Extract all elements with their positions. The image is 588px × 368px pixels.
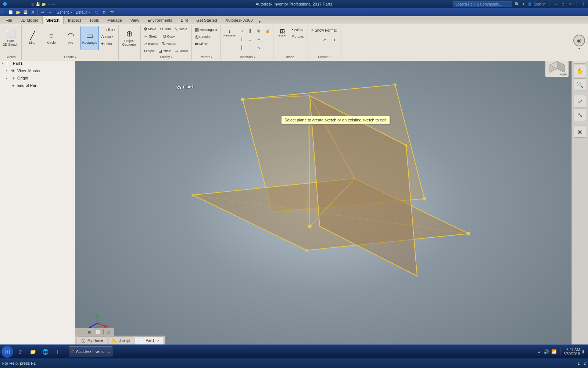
vnav-btn4[interactable]: △ — [105, 329, 112, 335]
circle-button[interactable]: ○ Circle — [42, 26, 61, 50]
vnav-btn3[interactable]: ⬜ — [94, 329, 102, 335]
smooth-button[interactable]: ∿ — [255, 43, 263, 52]
lock-button[interactable]: 🔒 — [263, 26, 272, 35]
rectangle-button[interactable]: ▭ Rectangle — [80, 26, 99, 50]
start-button[interactable]: ⊞ — [1, 346, 13, 358]
points-button[interactable]: • Points — [290, 26, 306, 33]
doc-tab-dice[interactable]: 📐 dice.ipt — [108, 336, 135, 344]
zoom-tool-button[interactable]: 🔍 — [574, 78, 586, 91]
tab-sketch[interactable]: Sketch — [42, 16, 64, 24]
redo-icon[interactable]: ↪ — [52, 2, 55, 6]
format-icon-btn1[interactable]: ⊙ — [309, 35, 319, 45]
parallel-button[interactable]: ∥ — [238, 35, 246, 43]
create-group-label[interactable]: Create ▾ — [23, 54, 117, 59]
format-icon-btn2[interactable]: ↗ — [320, 35, 329, 45]
mirror-button[interactable]: ⇌ Mirror — [173, 48, 190, 54]
minimize-button[interactable]: ─ — [553, 1, 558, 7]
running-inventor-button[interactable]: ⬡ Autodesk Inventor ... — [69, 346, 112, 357]
project-geometry-button[interactable]: ⊕ ProjectGeometry — [120, 26, 139, 50]
chrome-button[interactable]: 🌐 — [40, 346, 51, 357]
tree-item-origin[interactable]: ▸ ✚ Origin — [1, 74, 74, 82]
tree-item-end-of-part[interactable]: ▸ ● End of Part — [1, 82, 74, 89]
dimension-button[interactable]: ↕ Dimension — [222, 26, 237, 38]
taskbar-clock[interactable]: 8:27 AM 5/30/2018 — [564, 348, 580, 356]
maximize-button[interactable]: □ — [560, 1, 566, 7]
save-btn[interactable]: 💾 — [22, 9, 29, 15]
tree-item-part1[interactable]: ▾ 📄 Part1 — [1, 60, 74, 67]
move-button[interactable]: ✥ Move — [142, 26, 158, 32]
inventor-task-button[interactable]: I — [52, 346, 63, 357]
text-button[interactable]: A Text ▾ — [100, 33, 117, 40]
help-button[interactable]: ? — [581, 1, 586, 7]
circular-pattern-button[interactable]: ◎ Circular — [193, 33, 212, 40]
format-group-label[interactable]: Format ▾ — [309, 54, 340, 59]
redo-btn[interactable]: ↪ — [47, 9, 53, 15]
view-options-button[interactable]: ◉ — [573, 35, 585, 46]
pan-tool-button[interactable]: ✋ — [574, 65, 586, 77]
rectangular-pattern-button[interactable]: ▦ Rectangular — [193, 26, 219, 33]
camera-icon[interactable]: 📷 — [108, 9, 115, 15]
perpendicular-button[interactable]: ⊥ — [246, 35, 254, 43]
new-btn[interactable]: 📄 — [7, 9, 14, 15]
doc-tab-myhome[interactable]: 🏠 My Home — [77, 336, 107, 344]
folder-button[interactable]: 📁 — [27, 346, 38, 357]
open-icon[interactable]: 📂 — [42, 2, 46, 6]
image-button[interactable]: 🖼 Image — [275, 26, 290, 38]
inventor-icon[interactable]: ⬡ — [94, 9, 100, 15]
mirror-pattern-button[interactable]: ⇌ Mirror — [193, 40, 209, 47]
tab-getstarted[interactable]: Get Started — [192, 16, 221, 24]
print-btn[interactable]: 🖨 — [29, 9, 36, 15]
tab-bim[interactable]: BIM — [177, 16, 192, 24]
constrain-group-label[interactable]: Constrain ▾ — [222, 54, 272, 59]
format-icon-btn3[interactable]: + — [330, 35, 340, 45]
zoom-extents-button[interactable]: ⤢ — [574, 95, 586, 107]
coincident-button[interactable]: ⊙ — [238, 26, 246, 35]
tab-view[interactable]: View — [126, 16, 143, 24]
show-format-button[interactable]: ≡ Show Format — [309, 27, 339, 33]
more-tabs[interactable]: ▾ — [259, 20, 261, 24]
bookmark-icon[interactable]: ★ — [522, 2, 525, 6]
close-button[interactable]: ✕ — [568, 1, 573, 7]
modify-group-label[interactable]: Modify ▾ — [142, 54, 190, 59]
undo-btn[interactable]: ↩ — [39, 9, 46, 15]
pattern-group-label[interactable]: Pattern ▾ — [193, 54, 219, 59]
tray-volume-icon[interactable]: 🔊 — [544, 349, 549, 354]
vnav-btn2[interactable]: ⊞ — [86, 329, 93, 335]
project-arrow[interactable]: ▾ — [89, 11, 90, 14]
undo-icon[interactable]: ↩ — [47, 2, 50, 6]
arc-button[interactable]: ◠ Arc — [61, 26, 80, 50]
start-2d-sketch-button[interactable]: ⬜ Start2D Sketch — [1, 26, 20, 50]
stretch-button[interactable]: ↔ Stretch — [142, 33, 161, 40]
doc-tab-part1[interactable]: 📄 Part1 ✕ — [135, 336, 164, 344]
collinear-button[interactable]: ║ — [246, 26, 254, 35]
tray-network-icon[interactable]: 📶 — [551, 349, 557, 354]
tab-file[interactable]: File — [1, 16, 16, 24]
trim-button[interactable]: ✂ Trim — [158, 26, 172, 32]
zoom-window-button[interactable]: ⤡ — [574, 109, 586, 121]
offset-button[interactable]: ⊟ Offset — [157, 48, 173, 54]
vnav-btn1[interactable]: ⬚ — [77, 329, 84, 335]
save-icon[interactable]: 💾 — [36, 2, 40, 6]
search-icon[interactable]: 🔍 — [514, 2, 520, 7]
fillet-button[interactable]: ⌒ Fillet ▾ — [100, 26, 117, 33]
line-button[interactable]: ╱ Line — [23, 26, 42, 50]
tab-3dmodel[interactable]: 3D Model — [17, 16, 42, 24]
tab-manage[interactable]: Manage — [103, 16, 126, 24]
search-input[interactable] — [453, 1, 512, 7]
ie-button[interactable]: e — [15, 346, 26, 357]
tab-environments[interactable]: Environments — [143, 16, 176, 24]
rotate-button[interactable]: ↻ Rotate — [161, 40, 178, 47]
acad-button[interactable]: A ACAD — [290, 33, 306, 40]
scale-button[interactable]: ⤡ Scale — [173, 26, 189, 32]
vertical-button[interactable]: ┃ — [238, 43, 246, 52]
tray-up-icon[interactable]: ▲ — [537, 350, 541, 354]
open-btn[interactable]: 📂 — [15, 9, 21, 15]
user-icon[interactable]: 👤 — [527, 2, 532, 6]
main-viewport[interactable]: XY Plane Select plane to create sketch o… — [75, 50, 571, 359]
split-button[interactable]: ✂ Split — [142, 48, 156, 54]
point-button[interactable]: + Point — [100, 40, 117, 47]
horizontal-button[interactable]: ━ — [255, 35, 263, 43]
profile-arrow[interactable]: ▾ — [71, 11, 72, 14]
sign-in-label[interactable]: Sign In — [534, 2, 545, 6]
copy-button[interactable]: ⧉ Copy — [162, 33, 176, 40]
